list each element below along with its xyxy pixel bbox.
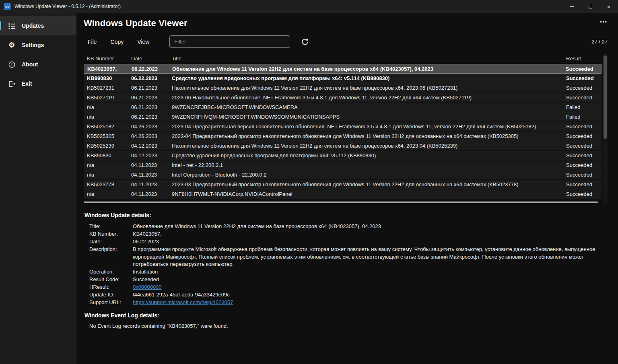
table-row[interactable]: KB89083006.22.2023Средство удаления вред…: [84, 74, 602, 83]
column-header-title[interactable]: Title: [169, 56, 563, 62]
table-row[interactable]: n/a06.21.20239WZDNCRFHVQM-MICROSOFT.WIND…: [84, 112, 602, 122]
app-icon: UV: [4, 3, 11, 10]
result-cell: Succeeded: [563, 143, 602, 149]
filter-input[interactable]: [169, 35, 290, 48]
toolbar: File Copy View 27 / 27: [84, 35, 608, 48]
detail-operation-value: Installation: [133, 268, 608, 276]
update-details-heading: Windows Update details:: [84, 212, 608, 218]
table-row[interactable]: n/a04.11.2023Intel Corporation - Bluetoo…: [84, 170, 602, 180]
close-button[interactable]: ×: [599, 0, 618, 13]
result-cell: Succeeded: [563, 133, 602, 139]
table-row[interactable]: KB502530504.26.20232023-04 Предварительн…: [84, 132, 602, 141]
result-cell: Succeeded: [563, 181, 602, 187]
minimize-button[interactable]: [562, 0, 581, 13]
detail-description-value: В программном продукте Microsoft обнаруж…: [133, 246, 608, 268]
more-options-button[interactable]: •••: [600, 19, 608, 25]
result-cell: Succeeded: [563, 75, 602, 81]
detail-label: Result Code:: [84, 276, 133, 284]
vertical-scrollbar-thumb[interactable]: [604, 56, 607, 139]
result-cell: Succeeded: [563, 123, 602, 130]
hresult-link[interactable]: 0x00000000: [133, 284, 608, 291]
table-row[interactable]: n/a04.11.2023Intel - net - 22.200.2.1Suc…: [84, 160, 602, 170]
detail-kb-value: KB4023057,: [133, 230, 608, 238]
result-cell: Failed: [563, 114, 602, 120]
minimize-icon: [570, 6, 574, 7]
support-url-link[interactable]: https://support.microsoft.com/help/40230…: [133, 299, 608, 306]
detail-result-code-value: Succeeded: [133, 276, 608, 284]
event-log-message: No Event Log records containing "KB40230…: [84, 323, 608, 329]
titlebar: UV Windows Update Viewer - 0.5.12 - (Adm…: [0, 0, 618, 13]
sidebar-item-label: Settings: [22, 42, 44, 48]
detail-label: Description:: [84, 246, 133, 268]
result-cell: Succeeded: [562, 66, 601, 72]
maximize-icon: [589, 5, 592, 8]
result-cell: Succeeded: [563, 85, 602, 91]
refresh-button[interactable]: [300, 37, 310, 47]
sidebar-item-settings[interactable]: ⚙ Settings: [0, 35, 76, 55]
table-row[interactable]: KB502711906.21.20232023-06 Накопительное…: [84, 93, 602, 103]
page-title: Windows Update Viewer: [84, 18, 608, 29]
vertical-scrollbar[interactable]: [603, 53, 608, 204]
table-row[interactable]: n/a06.21.20239WZDNCRFJBBG-MICROSOFT.WIND…: [84, 103, 602, 112]
result-cell: Failed: [563, 104, 602, 110]
detail-label: Operation:: [84, 268, 133, 276]
detail-label: KB Number:: [84, 230, 133, 238]
close-icon: ×: [607, 4, 611, 10]
window-title: Windows Update Viewer - 0.5.12 - (Admini…: [14, 4, 121, 9]
detail-label: Title:: [84, 223, 133, 230]
main-content: Windows Update Viewer ••• File Copy View…: [76, 13, 618, 364]
table-row[interactable]: KB502523904.12.2023Накопительное обновле…: [84, 141, 602, 151]
table-row[interactable]: KB502377804.11.20232023-03 Предварительн…: [84, 180, 602, 189]
sidebar-item-label: About: [22, 61, 38, 68]
update-details-section: Windows Update details: Title:Обновление…: [84, 212, 608, 306]
update-count: 27 / 27: [591, 39, 608, 45]
result-cell: Succeeded: [563, 172, 602, 178]
exit-icon: [8, 80, 16, 88]
table-row[interactable]: n/a04.11.20239NF8H0H7WMLT-NVIDIACorp.NVI…: [84, 189, 602, 199]
table-row[interactable]: KB502723106.21.2023Накопительное обновле…: [84, 83, 602, 93]
sidebar-item-label: Updates: [22, 23, 44, 29]
result-cell: Succeeded: [563, 191, 602, 197]
table-row[interactable]: KB502518204.26.20232023-04 Предварительн…: [84, 122, 602, 132]
horizontal-scrollbar[interactable]: [84, 200, 602, 204]
active-accent-bar: [0, 21, 1, 30]
refresh-icon: [301, 38, 309, 46]
menu-copy[interactable]: Copy: [111, 39, 124, 45]
menu-file[interactable]: File: [88, 39, 97, 45]
info-icon: [8, 60, 16, 68]
detail-label: HResult:: [84, 284, 133, 291]
menu-view[interactable]: View: [137, 39, 149, 45]
updates-list-icon: [8, 22, 16, 30]
gear-icon: ⚙: [8, 41, 16, 49]
column-header-date[interactable]: Date: [128, 56, 169, 62]
updates-table: KB Number Date Title Result KB4023057,06…: [84, 53, 608, 204]
column-header-result[interactable]: Result: [563, 56, 602, 62]
event-log-heading: Windows Event Log details:: [84, 312, 608, 319]
detail-title-value: Обновление для Windows 11 Version 22H2 д…: [133, 223, 608, 230]
result-cell: Succeeded: [563, 95, 602, 101]
sidebar-item-label: Exit: [22, 80, 32, 87]
sidebar-item-about[interactable]: About: [0, 55, 76, 74]
column-header-kb[interactable]: KB Number: [84, 56, 128, 62]
detail-update-id-value: f44ea661-292a-45af-aeda-94a33429e09c: [133, 291, 608, 299]
table-row[interactable]: KB4023057,06.22.2023Обновление для Windo…: [84, 64, 602, 74]
sidebar-item-updates[interactable]: Updates: [0, 16, 76, 35]
event-log-section: Windows Event Log details: No Event Log …: [84, 312, 608, 329]
sidebar-item-exit[interactable]: Exit: [0, 74, 76, 93]
table-row[interactable]: KB89083004.12.2023Средство удаления вред…: [84, 151, 602, 160]
horizontal-scrollbar-thumb[interactable]: [84, 202, 598, 203]
detail-label: Update ID:: [84, 291, 133, 299]
detail-label: Date:: [84, 238, 133, 246]
result-cell: Succeeded: [563, 152, 602, 158]
maximize-button[interactable]: [581, 0, 599, 13]
table-header-row: KB Number Date Title Result: [84, 53, 602, 64]
sidebar: Updates ⚙ Settings About Exit: [0, 13, 76, 364]
detail-label: Support URL:: [84, 299, 133, 306]
detail-date-value: 06.22.2023: [133, 238, 608, 246]
result-cell: Succeeded: [563, 162, 602, 168]
